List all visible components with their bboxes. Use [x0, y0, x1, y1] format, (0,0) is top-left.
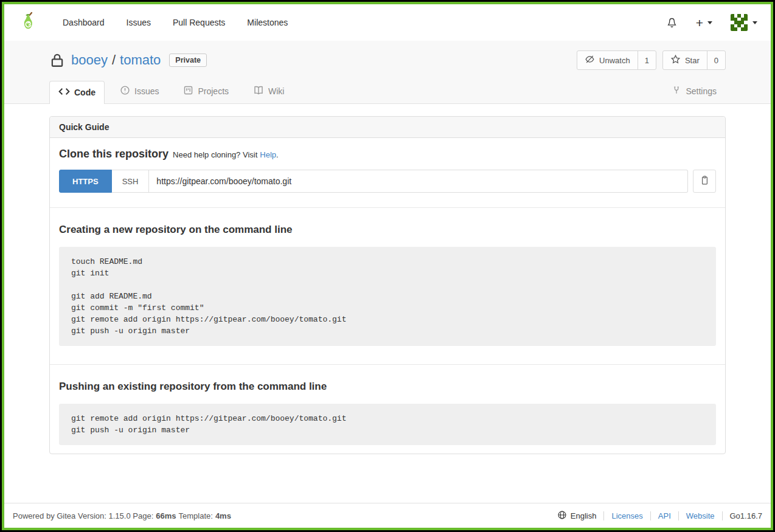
footer-divider [650, 511, 651, 520]
clone-url-bar: HTTPS SSH [59, 170, 716, 193]
chevron-down-icon [752, 21, 757, 24]
star-label: Star [685, 56, 700, 65]
notifications-bell-icon[interactable] [666, 17, 678, 29]
user-avatar-identicon [731, 14, 748, 31]
tab-projects[interactable]: Projects [174, 78, 238, 103]
clone-help-suffix: . [276, 150, 279, 159]
tab-settings-label: Settings [686, 86, 717, 96]
project-board-icon [183, 85, 193, 97]
footer-links: English Licenses API Website Go1.16.7 [557, 510, 762, 522]
website-link[interactable]: Website [686, 511, 715, 520]
repo-tabs: Code Issues [49, 78, 726, 103]
footer-version-text: Powered by Gitea Version: 1.15.0 Page: [13, 511, 153, 520]
push-existing-heading: Pushing an existing repository from the … [59, 381, 716, 393]
star-button-group: Star 0 [662, 50, 726, 70]
tools-icon [672, 85, 681, 97]
language-label: English [571, 511, 597, 520]
clone-heading: Clone this repository [59, 148, 169, 161]
star-count[interactable]: 0 [707, 51, 725, 69]
create-repo-section: Creating a new repository on the command… [50, 207, 725, 364]
code-icon [58, 88, 70, 97]
unwatch-label: Unwatch [599, 56, 630, 65]
footer-powered-by: Powered by Gitea Version: 1.15.0 Page: 6… [13, 511, 231, 520]
gitpear-logo[interactable] [18, 11, 38, 34]
footer-template-time: 4ms [215, 511, 231, 520]
quick-guide-title: Quick Guide [50, 117, 725, 138]
clone-url-input[interactable] [149, 170, 688, 193]
licenses-link[interactable]: Licenses [611, 511, 642, 520]
star-button[interactable]: Star [663, 51, 707, 69]
navbar-right: + [666, 14, 757, 31]
pear-logo-icon [18, 11, 38, 34]
globe-icon [557, 510, 567, 522]
clone-help-prefix: Need help cloning? Visit [173, 150, 257, 159]
repo-header: booey / tomato Private [4, 41, 771, 104]
go-version: Go1.16.7 [730, 511, 763, 520]
unwatch-button[interactable]: Unwatch [577, 51, 638, 69]
clone-section: Clone this repository Need help cloning?… [50, 138, 725, 207]
footer-page-time: 66ms [156, 511, 176, 520]
lock-icon [49, 52, 65, 68]
top-navbar: Dashboard Issues Pull Requests Milestone… [4, 4, 771, 41]
create-repo-heading: Creating a new repository on the command… [59, 224, 716, 236]
tab-code-label: Code [74, 88, 96, 97]
book-icon [253, 85, 264, 97]
language-selector[interactable]: English [557, 510, 597, 522]
repo-owner-link[interactable]: booey [71, 52, 108, 68]
gitea-page: Dashboard Issues Pull Requests Milestone… [4, 4, 771, 528]
footer-divider [678, 511, 679, 520]
push-existing-section: Pushing an existing repository from the … [50, 364, 725, 454]
tab-wiki[interactable]: Wiki [244, 78, 293, 103]
push-existing-code-block: git remote add origin https://gitpear.co… [59, 404, 716, 445]
api-link[interactable]: API [658, 511, 671, 520]
footer-divider [722, 511, 723, 520]
page-frame: Dashboard Issues Pull Requests Milestone… [2, 2, 773, 530]
repo-path-separator: / [112, 52, 116, 68]
tab-settings[interactable]: Settings [662, 78, 726, 103]
copy-clone-url-button[interactable] [693, 170, 716, 193]
help-link[interactable]: Help [260, 150, 276, 159]
footer-template-label: Template: [179, 511, 213, 520]
repo-name-link[interactable]: tomato [120, 52, 161, 68]
nav-pull-requests[interactable]: Pull Requests [173, 18, 225, 27]
create-new-dropdown[interactable]: + [696, 16, 712, 29]
main-nav: Dashboard Issues Pull Requests Milestone… [63, 18, 288, 27]
watch-button-group: Unwatch 1 [577, 50, 656, 70]
clone-help-text: Need help cloning? VisitHelp. [173, 150, 279, 159]
create-repo-code-block: touch README.md git init git add README.… [59, 247, 716, 346]
https-protocol-button[interactable]: HTTPS [59, 170, 112, 193]
star-icon [670, 54, 681, 66]
nav-dashboard[interactable]: Dashboard [63, 18, 105, 27]
watch-count[interactable]: 1 [638, 51, 656, 69]
issue-circle-icon [120, 85, 130, 97]
repo-actions: Unwatch 1 Star [577, 50, 726, 70]
tab-projects-label: Projects [198, 86, 229, 96]
footer: Powered by Gitea Version: 1.15.0 Page: 6… [4, 503, 771, 528]
tab-wiki-label: Wiki [268, 86, 284, 96]
repo-title-row: booey / tomato Private [49, 50, 726, 70]
tab-issues-label: Issues [134, 86, 159, 96]
eye-slash-icon [585, 54, 595, 66]
nav-issues[interactable]: Issues [127, 18, 151, 27]
main-content: Quick Guide Clone this repository Need h… [4, 104, 771, 503]
private-badge: Private [169, 54, 207, 67]
clipboard-icon [700, 175, 710, 187]
tab-code[interactable]: Code [49, 81, 105, 104]
footer-divider [603, 511, 604, 520]
quick-guide-panel: Quick Guide Clone this repository Need h… [49, 116, 726, 454]
chevron-down-icon [707, 21, 712, 24]
nav-milestones[interactable]: Milestones [247, 18, 288, 27]
ssh-protocol-button[interactable]: SSH [112, 170, 150, 193]
tab-issues[interactable]: Issues [111, 78, 168, 103]
user-menu-dropdown[interactable] [731, 14, 757, 31]
plus-icon: + [696, 16, 703, 29]
